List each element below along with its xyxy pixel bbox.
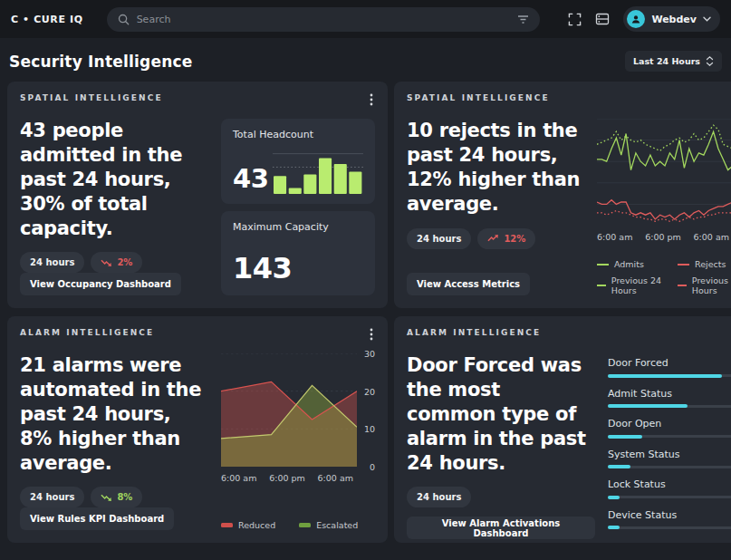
card-headline: 10 rejects in the past 24 hours, 12% hig… bbox=[407, 119, 584, 217]
time-badge: 24 hours bbox=[407, 487, 471, 507]
alarm-bar-row: Admit Status 35 bbox=[608, 388, 731, 408]
alarm-type-label: Admit Status bbox=[608, 388, 672, 400]
x-tick-label: 6:00 am bbox=[318, 473, 353, 483]
view-alarm-activations-dashboard-button[interactable]: View Alarm Activations Dashboard bbox=[407, 517, 595, 539]
x-tick-label: 6:00 am bbox=[597, 232, 632, 242]
trend-down-icon bbox=[101, 258, 112, 267]
alarm-bar-fill bbox=[608, 526, 620, 529]
x-tick-label: 6:00 am bbox=[694, 232, 729, 242]
sort-chevrons-icon bbox=[706, 56, 714, 66]
card-category: SPATIAL INTELLIGENCE bbox=[407, 93, 550, 102]
alarm-bar-row: System Status 10 bbox=[608, 449, 731, 468]
legend-item-prev-admits: Previous 24 Hours bbox=[597, 275, 670, 295]
view-access-metrics-button[interactable]: View Access Metrics bbox=[407, 273, 530, 295]
top-bar: C • CURE IQ Webdev bbox=[0, 0, 731, 38]
app-logo: C • CURE IQ bbox=[11, 14, 83, 25]
alarm-bar-row: Lock Status 5 bbox=[608, 478, 731, 498]
alarm-type-label: Device Status bbox=[608, 509, 677, 521]
card-occupancy: SPATIAL INTELLIGENCE 43 people admitted … bbox=[7, 82, 388, 308]
rules-legend: Reduced Escalated bbox=[221, 520, 375, 530]
kebab-menu-icon[interactable] bbox=[368, 328, 375, 341]
legend-item-admits: Admits bbox=[597, 259, 670, 269]
trend-value: 12% bbox=[504, 234, 525, 244]
trend-value: 8% bbox=[117, 492, 132, 502]
card-rules: ALARM INTELLIGENCE 21 alarms were automa… bbox=[7, 316, 388, 543]
alarm-bar-track bbox=[608, 435, 731, 438]
card-activations: ALARM INTELLIGENCE Door Forced was the m… bbox=[394, 316, 731, 543]
access-legend: Admits Rejects Previous 24 Hours Previou… bbox=[597, 259, 731, 295]
legend-item-prev-rejects: Previous 24 Hours bbox=[678, 275, 731, 295]
user-name: Webdev bbox=[651, 14, 697, 25]
fullscreen-icon[interactable] bbox=[568, 13, 582, 26]
total-headcount-panel: Total Headcount 43 bbox=[221, 119, 375, 204]
trend-badge: 2% bbox=[91, 252, 142, 273]
trend-value: 2% bbox=[117, 257, 132, 267]
access-line-chart bbox=[597, 119, 731, 226]
alarm-bar-track bbox=[608, 526, 731, 529]
x-tick-label: 6:00 pm bbox=[645, 232, 681, 242]
trend-up-icon bbox=[487, 234, 499, 243]
headcount-value: 43 bbox=[233, 163, 268, 194]
card-category: ALARM INTELLIGENCE bbox=[20, 328, 154, 337]
panel-label: Maximum Capacity bbox=[233, 221, 363, 233]
chevron-down-icon bbox=[703, 16, 711, 22]
alarm-bar-track bbox=[608, 496, 731, 498]
alarm-bar-row: Door Forced 50 bbox=[608, 357, 731, 377]
alarm-bar-fill bbox=[608, 404, 688, 408]
card-category: SPATIAL INTELLIGENCE bbox=[20, 93, 163, 102]
search-input[interactable] bbox=[137, 14, 510, 25]
page-header: Security Intelligence Last 24 Hours bbox=[0, 38, 731, 82]
rules-x-labels: 6:00 am 6:00 pm 6:00 am bbox=[221, 473, 375, 483]
rules-area-chart bbox=[221, 353, 357, 467]
search-icon bbox=[118, 14, 130, 25]
card-view-icon[interactable] bbox=[595, 13, 610, 25]
panel-label: Total Headcount bbox=[233, 129, 363, 140]
user-menu-button[interactable]: Webdev bbox=[623, 6, 720, 32]
maximum-capacity-panel: Maximum Capacity 143 bbox=[221, 211, 375, 296]
x-tick-label: 6:00 am bbox=[221, 473, 256, 483]
card-headline: 21 alarms were automated in the past 24 … bbox=[20, 353, 208, 475]
alarm-bar-track bbox=[608, 466, 731, 468]
search-bar[interactable] bbox=[107, 7, 540, 32]
alarm-type-label: Door Open bbox=[608, 418, 661, 430]
card-headline: Door Forced was the most common type of … bbox=[407, 353, 595, 475]
avatar bbox=[627, 10, 645, 28]
alarm-type-label: System Status bbox=[608, 449, 680, 460]
alarm-bar-fill bbox=[608, 374, 722, 378]
alarm-bar-track bbox=[608, 374, 731, 377]
card-headline: 43 people admitted in the past 24 hours,… bbox=[20, 119, 208, 240]
trend-badge: 12% bbox=[477, 228, 535, 249]
page-title: Security Intelligence bbox=[9, 53, 192, 71]
time-filter-dropdown[interactable]: Last 24 Hours bbox=[625, 51, 722, 72]
alarm-type-label: Lock Status bbox=[608, 478, 666, 490]
filter-icon[interactable] bbox=[517, 14, 529, 24]
headcount-bar-chart bbox=[273, 152, 363, 194]
access-x-labels: 6:00 am 6:00 pm 6:00 am bbox=[597, 232, 731, 242]
capacity-value: 143 bbox=[233, 251, 363, 285]
alarm-bar-list: Door Forced 50 Admit Status 35 Door Open… bbox=[608, 357, 731, 539]
legend-item-reduced: Reduced bbox=[221, 520, 275, 530]
legend-item-rejects: Rejects bbox=[678, 259, 731, 269]
alarm-bar-row: Door Open 15 bbox=[608, 418, 731, 438]
alarm-bar-fill bbox=[608, 435, 642, 439]
card-access: SPATIAL INTELLIGENCE 10 rejects in the p… bbox=[394, 82, 731, 308]
time-badge: 24 hours bbox=[20, 252, 84, 273]
view-rules-kpi-dashboard-button[interactable]: View Rules KPI Dashboard bbox=[20, 507, 174, 530]
trend-badge: 8% bbox=[91, 487, 142, 507]
rules-y-labels: 0102030 bbox=[357, 353, 375, 467]
card-grid: SPATIAL INTELLIGENCE 43 people admitted … bbox=[0, 82, 731, 543]
view-occupancy-dashboard-button[interactable]: View Occupancy Dashboard bbox=[20, 273, 181, 295]
x-tick-label: 6:00 pm bbox=[269, 473, 305, 483]
alarm-bar-fill bbox=[608, 496, 620, 499]
alarm-bar-row: Device Status 5 bbox=[608, 509, 731, 529]
alarm-type-label: Door Forced bbox=[608, 357, 668, 369]
legend-item-escalated: Escalated bbox=[299, 520, 358, 530]
trend-down-icon bbox=[101, 493, 112, 502]
alarm-bar-fill bbox=[608, 465, 630, 468]
time-badge: 24 hours bbox=[20, 487, 84, 507]
kebab-menu-icon[interactable] bbox=[368, 93, 375, 106]
time-badge: 24 hours bbox=[407, 228, 471, 249]
alarm-bar-track bbox=[608, 405, 731, 408]
time-filter-label: Last 24 Hours bbox=[633, 56, 700, 66]
card-category: ALARM INTELLIGENCE bbox=[407, 328, 541, 337]
